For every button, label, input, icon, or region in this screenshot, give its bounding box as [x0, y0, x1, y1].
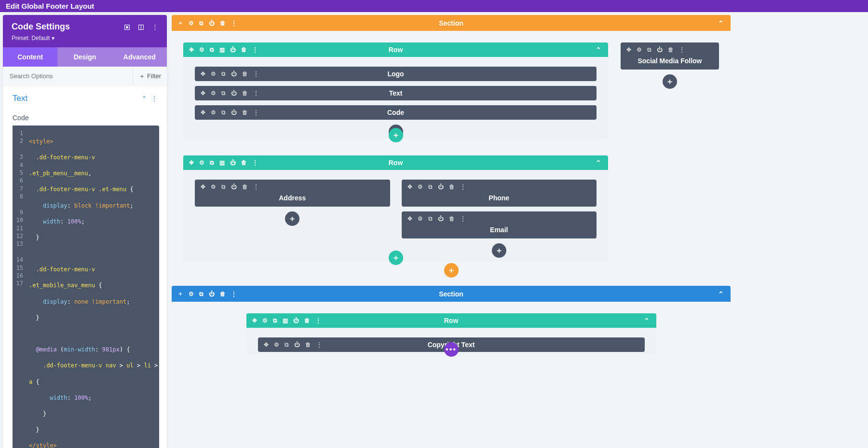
columns-icon[interactable]: ▥: [283, 317, 288, 324]
gear-icon[interactable]: ⚙: [199, 159, 204, 166]
duplicate-icon[interactable]: ⧉: [273, 317, 277, 324]
duplicate-icon[interactable]: ⧉: [647, 46, 651, 53]
power-icon[interactable]: ⏻: [209, 20, 215, 27]
move-icon[interactable]: ✥: [201, 70, 205, 77]
tab-content[interactable]: Content: [3, 47, 57, 67]
trash-icon[interactable]: 🗑: [241, 159, 247, 166]
trash-icon[interactable]: 🗑: [449, 215, 455, 222]
trash-icon[interactable]: 🗑: [220, 291, 226, 297]
module-address[interactable]: ✥⚙⧉⏻🗑⋮ Address: [195, 180, 390, 207]
preset-label[interactable]: Preset: Default ▾: [12, 35, 158, 42]
trash-icon[interactable]: 🗑: [242, 183, 248, 190]
gear-icon[interactable]: ⚙: [418, 183, 423, 190]
move-icon[interactable]: ✥: [189, 159, 194, 166]
gear-icon[interactable]: ⚙: [189, 291, 194, 297]
search-input[interactable]: [3, 67, 133, 85]
text-accordion-header[interactable]: Text ⌃ ⋮: [3, 86, 167, 111]
more-icon[interactable]: ⋮: [253, 109, 259, 116]
move-icon[interactable]: ✥: [201, 109, 205, 116]
more-icon[interactable]: ⋮: [253, 70, 259, 77]
module-text[interactable]: ✥⚙⧉⏻🗑⋮ Text: [195, 86, 597, 100]
chevron-up-icon[interactable]: ⌃: [644, 317, 650, 324]
power-icon[interactable]: ⏻: [231, 109, 237, 116]
power-icon[interactable]: ⏻: [231, 90, 237, 97]
add-module-button[interactable]: ＋: [492, 243, 506, 258]
expand-icon[interactable]: [124, 23, 130, 30]
power-icon[interactable]: ⏻: [230, 159, 236, 166]
move-icon[interactable]: ✥: [201, 90, 205, 97]
trash-icon[interactable]: 🗑: [305, 341, 311, 348]
power-icon[interactable]: ⏻: [230, 46, 236, 53]
duplicate-icon[interactable]: ⧉: [221, 109, 226, 116]
power-icon[interactable]: ⏻: [293, 317, 299, 324]
more-icon[interactable]: ⋮: [253, 183, 259, 190]
add-module-button[interactable]: ＋: [285, 211, 299, 226]
add-module-button[interactable]: ＋: [663, 74, 677, 89]
columns-icon[interactable]: ▥: [219, 46, 225, 53]
duplicate-icon[interactable]: ⧉: [221, 90, 226, 97]
more-icon[interactable]: ⋮: [252, 46, 258, 53]
more-icon[interactable]: ⋮: [151, 95, 157, 102]
module-phone[interactable]: ✥⚙⧉⏻🗑⋮ Phone: [402, 180, 597, 207]
gear-icon[interactable]: ⚙: [189, 20, 194, 27]
power-icon[interactable]: ⏻: [294, 341, 300, 348]
section-bar[interactable]: ＋ ⚙ ⧉ ⏻ 🗑 ⋮ Section ⌃: [172, 15, 731, 31]
row-bar[interactable]: ✥⚙⧉▥⏻🗑⋮ Row ⌃: [183, 155, 608, 170]
section-bar[interactable]: ＋⚙⧉⏻🗑⋮ Section ⌃: [172, 286, 731, 302]
duplicate-icon[interactable]: ⧉: [221, 70, 226, 77]
add-row-button[interactable]: ＋: [389, 251, 403, 265]
duplicate-icon[interactable]: ⧉: [199, 291, 203, 297]
duplicate-icon[interactable]: ⧉: [285, 341, 289, 348]
move-icon[interactable]: ✥: [264, 341, 269, 348]
chevron-up-icon[interactable]: ⌃: [596, 159, 601, 167]
module-social-media[interactable]: ✥⚙⧉⏻🗑⋮ Social Media Follow: [621, 42, 719, 70]
power-icon[interactable]: ⏻: [438, 183, 444, 190]
power-icon[interactable]: ⏻: [209, 291, 215, 297]
duplicate-icon[interactable]: ⧉: [210, 159, 214, 166]
tab-advanced[interactable]: Advanced: [112, 47, 167, 67]
power-icon[interactable]: ⏻: [657, 46, 663, 53]
trash-icon[interactable]: 🗑: [242, 70, 248, 77]
more-icon[interactable]: ⋮: [460, 183, 466, 190]
power-icon[interactable]: ⏻: [231, 70, 237, 77]
more-icon[interactable]: ⋮: [460, 215, 466, 222]
gear-icon[interactable]: ⚙: [637, 46, 642, 53]
trash-icon[interactable]: 🗑: [304, 317, 310, 324]
page-actions-button[interactable]: •••: [444, 342, 459, 357]
trash-icon[interactable]: 🗑: [242, 109, 248, 116]
more-icon[interactable]: ⋮: [231, 291, 237, 297]
more-icon[interactable]: ⋮: [315, 317, 321, 324]
code-editor[interactable]: 1234567891011121314151617 <style> .dd-fo…: [13, 126, 159, 448]
gear-icon[interactable]: ⚙: [199, 46, 204, 53]
gear-icon[interactable]: ⚙: [211, 90, 216, 97]
duplicate-icon[interactable]: ⧉: [428, 215, 433, 222]
chevron-up-icon[interactable]: ⌃: [142, 95, 147, 102]
gear-icon[interactable]: ⚙: [211, 183, 216, 190]
more-icon[interactable]: ⋮: [316, 341, 322, 348]
add-icon[interactable]: ＋: [177, 290, 183, 298]
more-icon[interactable]: ⋮: [231, 20, 237, 27]
row-bar[interactable]: ✥⚙⧉▥⏻🗑⋮ Row ⌃: [246, 313, 656, 328]
gear-icon[interactable]: ⚙: [211, 70, 216, 77]
move-icon[interactable]: ✥: [407, 183, 412, 190]
gear-icon[interactable]: ⚙: [262, 317, 268, 324]
module-logo[interactable]: ✥⚙⧉⏻🗑⋮ Logo: [195, 67, 597, 81]
module-email[interactable]: ✥⚙⧉⏻🗑⋮ Email: [402, 211, 597, 238]
trash-icon[interactable]: 🗑: [242, 90, 248, 97]
power-icon[interactable]: ⏻: [438, 215, 444, 222]
columns-icon[interactable]: ▥: [219, 159, 225, 166]
chevron-up-icon[interactable]: ⌃: [718, 19, 724, 27]
more-icon[interactable]: ⋮: [253, 90, 259, 97]
gear-icon[interactable]: ⚙: [274, 341, 279, 348]
trash-icon[interactable]: 🗑: [668, 46, 674, 53]
chevron-up-icon[interactable]: ⌃: [718, 290, 724, 298]
tab-design[interactable]: Design: [57, 47, 112, 67]
duplicate-icon[interactable]: ⧉: [199, 20, 203, 27]
filter-button[interactable]: ＋ Filter: [133, 68, 167, 84]
more-icon[interactable]: ⋮: [679, 46, 685, 53]
move-icon[interactable]: ✥: [407, 215, 412, 222]
duplicate-icon[interactable]: ⧉: [428, 183, 433, 190]
snap-icon[interactable]: [138, 23, 144, 30]
duplicate-icon[interactable]: ⧉: [210, 46, 214, 53]
power-icon[interactable]: ⏻: [231, 183, 237, 190]
